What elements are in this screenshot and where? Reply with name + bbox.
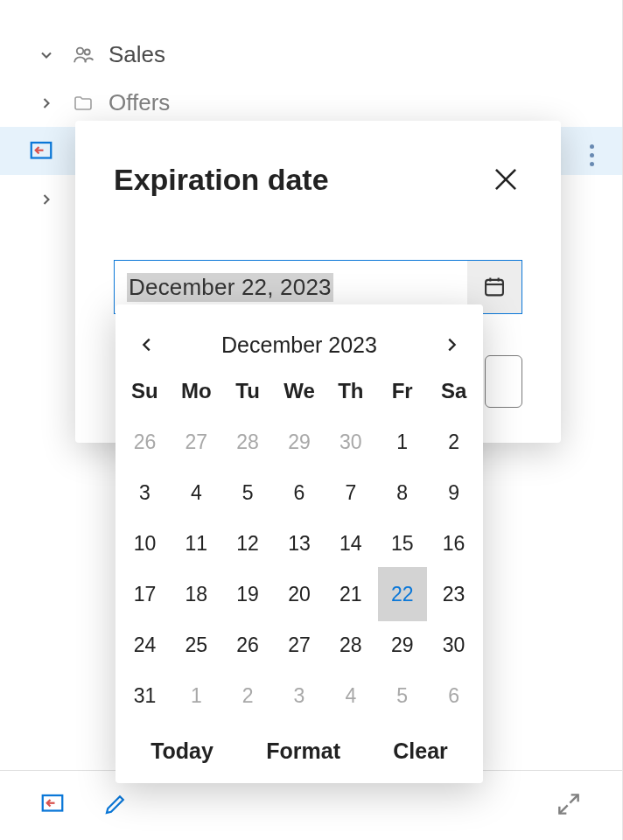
chevron-right-icon	[35, 94, 58, 112]
calendar-day[interactable]: 3	[119, 467, 171, 518]
calendar-day[interactable]: 6	[274, 467, 326, 518]
calendar-day[interactable]: 28	[222, 416, 274, 467]
calendar-day[interactable]: 2	[222, 670, 274, 721]
inbound-icon[interactable]	[39, 791, 66, 821]
chevron-down-icon	[35, 46, 58, 64]
calendar-day[interactable]: 24	[119, 620, 171, 670]
day-of-week-header: We	[274, 366, 326, 416]
svg-point-1	[85, 49, 90, 54]
calendar-day[interactable]: 31	[119, 670, 171, 721]
day-of-week-header: Tu	[222, 366, 274, 416]
calendar-day[interactable]: 29	[274, 416, 326, 467]
calendar-day[interactable]: 20	[274, 569, 326, 620]
modal-title: Expiration date	[114, 163, 329, 197]
edit-icon[interactable]	[102, 791, 129, 821]
modal-action-button[interactable]	[485, 355, 522, 408]
calendar-day[interactable]: 13	[274, 518, 326, 569]
calendar-day[interactable]: 30	[325, 416, 376, 467]
calendar-popup: December 2023 SuMoTuWeThFrSa262728293012…	[116, 304, 483, 783]
day-of-week-header: Fr	[376, 366, 428, 416]
calendar-day[interactable]: 12	[222, 518, 274, 569]
calendar-day[interactable]: 10	[119, 518, 171, 569]
sidebar-item-offers[interactable]: Offers	[0, 79, 622, 127]
calendar-day[interactable]: 14	[325, 518, 376, 569]
calendar-day[interactable]: 1	[376, 416, 428, 467]
prev-month-button[interactable]	[131, 329, 163, 360]
calendar-day[interactable]: 22	[376, 569, 428, 620]
calendar-day[interactable]: 29	[376, 620, 428, 670]
day-of-week-header: Mo	[171, 366, 222, 416]
calendar-day[interactable]: 4	[325, 670, 376, 721]
clear-button[interactable]: Clear	[393, 738, 448, 764]
calendar-day[interactable]: 1	[171, 670, 222, 721]
team-icon	[70, 43, 96, 67]
day-of-week-header: Th	[325, 366, 376, 416]
calendar-day[interactable]: 25	[171, 620, 222, 670]
calendar-day[interactable]: 7	[325, 467, 376, 518]
calendar-day[interactable]: 21	[325, 569, 376, 620]
sidebar-item-sales[interactable]: Sales	[0, 31, 622, 79]
calendar-day[interactable]: 8	[376, 467, 428, 518]
calendar-day[interactable]: 18	[171, 569, 222, 620]
day-of-week-header: Sa	[428, 366, 480, 416]
svg-point-0	[77, 47, 83, 53]
inbound-icon	[28, 138, 54, 164]
calendar-day[interactable]: 30	[428, 620, 480, 670]
date-value: December 22, 2023	[127, 273, 333, 302]
calendar-day[interactable]: 15	[376, 518, 428, 569]
folder-icon	[70, 93, 96, 114]
calendar-day[interactable]: 2	[428, 416, 480, 467]
close-button[interactable]	[489, 163, 522, 196]
calendar-day[interactable]: 27	[274, 620, 326, 670]
sidebar-item-label: Sales	[108, 41, 165, 68]
calendar-day[interactable]: 5	[376, 670, 428, 721]
calendar-day[interactable]: 27	[171, 416, 222, 467]
format-button[interactable]: Format	[266, 738, 340, 764]
calendar-day[interactable]: 16	[428, 518, 480, 569]
calendar-day[interactable]: 4	[171, 467, 222, 518]
day-of-week-header: Su	[119, 366, 171, 416]
today-button[interactable]: Today	[150, 738, 214, 764]
calendar-day[interactable]: 17	[119, 569, 171, 620]
calendar-grid: SuMoTuWeThFrSa26272829301234567891011121…	[116, 366, 483, 721]
sidebar-item-label: Offers	[108, 89, 170, 116]
month-label[interactable]: December 2023	[221, 332, 377, 358]
calendar-day[interactable]: 26	[222, 620, 274, 670]
expand-icon[interactable]	[555, 790, 583, 822]
svg-rect-5	[486, 280, 503, 296]
calendar-day[interactable]: 9	[428, 467, 480, 518]
calendar-day[interactable]: 23	[428, 569, 480, 620]
calendar-day[interactable]: 26	[119, 416, 171, 467]
calendar-day[interactable]: 6	[428, 670, 480, 721]
calendar-day[interactable]: 28	[325, 620, 376, 670]
calendar-day[interactable]: 5	[222, 467, 274, 518]
calendar-day[interactable]: 11	[171, 518, 222, 569]
chevron-right-icon	[35, 191, 58, 208]
calendar-day[interactable]: 19	[222, 569, 274, 620]
next-month-button[interactable]	[436, 329, 467, 360]
row-more-button[interactable]	[574, 131, 609, 179]
calendar-day[interactable]: 3	[274, 670, 326, 721]
